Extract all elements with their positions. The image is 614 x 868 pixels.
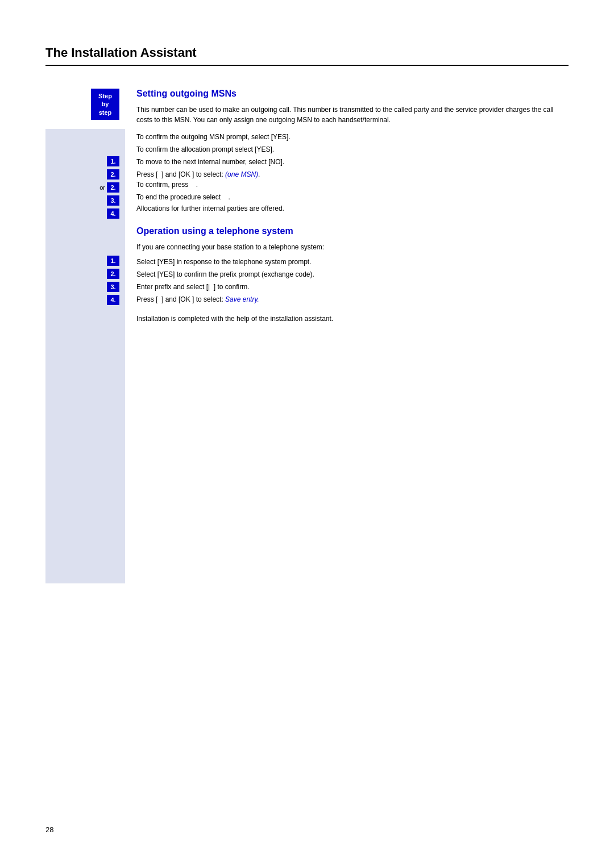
section1-steps: To confirm the outgoing MSN prompt, sele…	[136, 132, 569, 202]
section1-step2-text: To confirm the allocation prompt select …	[136, 144, 569, 155]
section1: Setting outgoing MSNs This number can be…	[136, 89, 569, 212]
section2-step3: Enter prefix and select [| ] to confirm.	[136, 282, 569, 292]
section1-step2or-text: To move to the next internal number, sel…	[136, 157, 569, 167]
section2-steps: Select [YES] in response to the telephon…	[136, 257, 569, 304]
section1-step3: Press [ ] and [OK ] to select: (one MSN)…	[136, 169, 569, 190]
page-container: The Installation Assistant Step by step …	[0, 0, 614, 868]
section1-step1-text: To confirm the outgoing MSN prompt, sele…	[136, 132, 569, 142]
section2-step1-badge: 1.	[107, 256, 119, 266]
section1-step2: To confirm the allocation prompt select …	[136, 144, 569, 155]
section2-step2-text: Select [YES] to confirm the prefix promp…	[136, 269, 569, 279]
section2-step4: Press [ ] and [OK ] to select: Save entr…	[136, 294, 569, 304]
section1-step3-badge: 3.	[107, 195, 119, 206]
section1-step1: To confirm the outgoing MSN prompt, sele…	[136, 132, 569, 142]
content-area: Setting outgoing MSNs This number can be…	[125, 89, 569, 583]
allocation-note: Allocations for further internal parties…	[136, 205, 569, 212]
completion-note: Installation is completed with the help …	[136, 315, 569, 323]
section2-step4-badge: 4.	[107, 295, 119, 305]
section1-step2-badge: 2.	[107, 169, 119, 180]
section1-step4-text: To end the procedure select .	[136, 192, 569, 202]
section2-step4-row: 4.	[107, 295, 119, 305]
section2-intro: If you are connecting your base station …	[136, 242, 569, 252]
or-label: or	[99, 184, 105, 191]
section2-step2: Select [YES] to confirm the prefix promp…	[136, 269, 569, 279]
section1-step1-row: 1.	[107, 156, 119, 166]
step-by-step-box: Step by step	[91, 89, 119, 120]
section1-step4: To end the procedure select .	[136, 192, 569, 202]
section2-step3-badge: 3.	[107, 282, 119, 292]
section1-step3-row: 3.	[107, 195, 119, 206]
section2-step1-row: 1.	[107, 256, 119, 266]
section1-step2or-badge: 2.	[107, 182, 119, 193]
section1-step4-row: 4.	[107, 208, 119, 219]
section2-step1: Select [YES] in response to the telephon…	[136, 257, 569, 267]
section2-step3-text: Enter prefix and select [| ] to confirm.	[136, 282, 569, 292]
section2-step2-badge: 2.	[107, 269, 119, 279]
section1-step1-badge: 1.	[107, 156, 119, 166]
left-sidebar: Step by step 1. 2.	[45, 89, 125, 583]
section2-step1-text: Select [YES] in response to the telephon…	[136, 257, 569, 267]
section2-step3-row: 3.	[107, 282, 119, 292]
section1-step2-row: 2.	[107, 169, 119, 180]
section2-step2-row: 2.	[107, 269, 119, 279]
section1-step3-text: Press [ ] and [OK ] to select: (one MSN)…	[136, 169, 569, 190]
section1-step2or-row: or 2.	[99, 182, 119, 193]
section2: Operation using a telephone system If yo…	[136, 226, 569, 323]
page-title: The Installation Assistant	[45, 45, 569, 66]
main-layout: Step by step 1. 2.	[45, 89, 569, 583]
page-number: 28	[45, 825, 53, 834]
section2-title: Operation using a telephone system	[136, 226, 569, 236]
section1-step4-badge: 4.	[107, 208, 119, 219]
section2-step4-text: Press [ ] and [OK ] to select: Save entr…	[136, 294, 569, 304]
section1-description: This number can be used to make an outgo…	[136, 105, 569, 125]
section1-title: Setting outgoing MSNs	[136, 89, 569, 99]
section1-step2or: To move to the next internal number, sel…	[136, 157, 569, 167]
